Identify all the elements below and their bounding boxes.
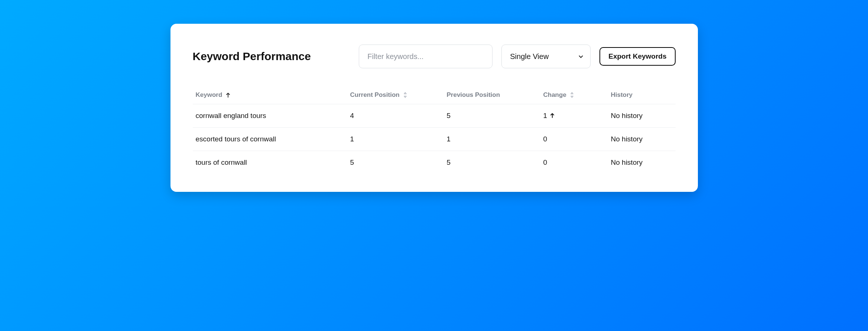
keyword-performance-panel: Keyword Performance Single View Export K… — [170, 24, 698, 192]
cell-history: No history — [608, 151, 676, 174]
arrow-up-icon — [550, 112, 555, 120]
column-label: Current Position — [350, 91, 400, 99]
cell-history: No history — [608, 104, 676, 128]
sort-updown-icon — [570, 92, 574, 98]
column-header-previous-position[interactable]: Previous Position — [444, 86, 540, 104]
cell-change: 0 — [540, 128, 608, 151]
table-row: cornwall england tours451No history — [193, 104, 676, 128]
cell-previous-position: 5 — [444, 104, 540, 128]
keyword-table: Keyword Current Position — [193, 86, 676, 174]
column-label: History — [611, 91, 633, 99]
column-header-history: History — [608, 86, 676, 104]
column-header-current-position[interactable]: Current Position — [347, 86, 444, 104]
page-title: Keyword Performance — [193, 50, 350, 63]
cell-keyword: cornwall england tours — [193, 104, 347, 128]
keyword-filter-input[interactable] — [359, 45, 492, 68]
cell-current-position: 5 — [347, 151, 444, 174]
column-header-change[interactable]: Change — [540, 86, 608, 104]
table-row: escorted tours of cornwall110No history — [193, 128, 676, 151]
sort-updown-icon — [403, 92, 407, 98]
column-label: Change — [543, 91, 566, 99]
cell-current-position: 1 — [347, 128, 444, 151]
cell-previous-position: 5 — [444, 151, 540, 174]
cell-history: No history — [608, 128, 676, 151]
panel-header: Keyword Performance Single View Export K… — [193, 45, 676, 68]
export-keywords-button[interactable]: Export Keywords — [599, 47, 675, 66]
arrow-up-icon — [226, 92, 230, 98]
cell-keyword: tours of cornwall — [193, 151, 347, 174]
cell-change: 0 — [540, 151, 608, 174]
cell-change: 1 — [540, 104, 608, 128]
column-label: Previous Position — [447, 91, 500, 99]
cell-keyword: escorted tours of cornwall — [193, 128, 347, 151]
view-select[interactable]: Single View — [501, 45, 591, 68]
column-label: Keyword — [196, 91, 222, 99]
column-header-keyword[interactable]: Keyword — [193, 86, 347, 104]
cell-current-position: 4 — [347, 104, 444, 128]
view-select-wrapper: Single View — [501, 45, 591, 68]
cell-previous-position: 1 — [444, 128, 540, 151]
table-row: tours of cornwall550No history — [193, 151, 676, 174]
